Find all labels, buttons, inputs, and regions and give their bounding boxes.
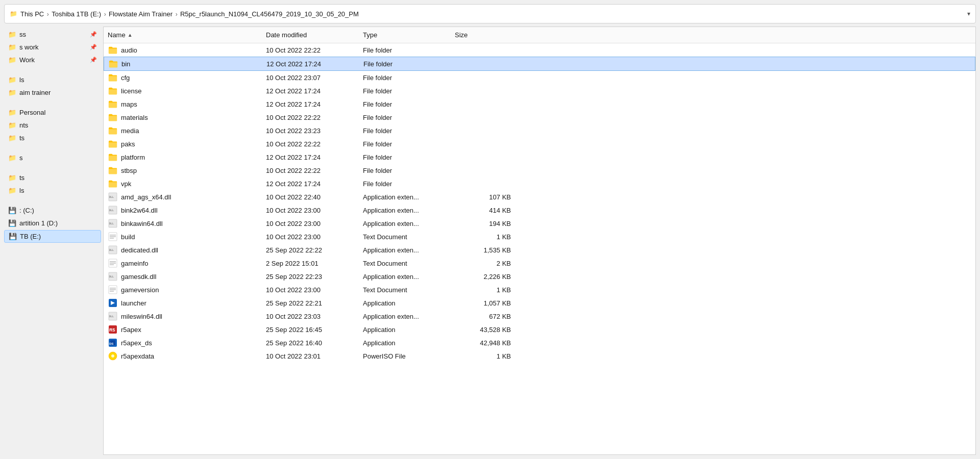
sidebar-item-work[interactable]: 📁 Work 📌 [4, 54, 101, 66]
file-type: File folder [363, 46, 455, 54]
sidebar-drive-d[interactable]: 💾 artition 1 (D:) [4, 217, 101, 229]
file-row[interactable]: media 10 Oct 2022 23:23 File folder [104, 124, 975, 137]
file-name: gameversion [121, 286, 266, 294]
file-row[interactable]: cfg 10 Oct 2022 23:07 File folder [104, 71, 975, 84]
file-row[interactable]: audio 10 Oct 2022 22:22 File folder [104, 43, 975, 57]
svg-text:DLL: DLL [109, 195, 114, 198]
file-type: File folder [363, 60, 455, 68]
file-icon [108, 165, 118, 175]
file-row[interactable]: DLL amd_ags_x64.dll 10 Oct 2022 22:40 Ap… [104, 190, 975, 203]
file-icon: DLL [108, 271, 118, 282]
sidebar-item-ts[interactable]: 📁 ts [4, 132, 101, 144]
file-row[interactable]: DLL binkawin64.dll 10 Oct 2022 23:00 App… [104, 217, 975, 230]
file-name: vpk [121, 180, 266, 188]
file-icon [108, 72, 118, 83]
col-header-date[interactable]: Date modified [266, 31, 363, 39]
file-name: gamesdk.dll [121, 273, 266, 280]
svg-text:DLL: DLL [109, 315, 114, 318]
file-date: 25 Sep 2022 22:23 [266, 273, 363, 280]
file-row[interactable]: vpk 12 Oct 2022 17:24 File folder [104, 177, 975, 190]
file-row[interactable]: gameinfo 2 Sep 2022 15:01 Text Document … [104, 257, 975, 270]
folder-icon: 📁 [8, 134, 16, 142]
file-date: 10 Oct 2022 22:22 [266, 46, 363, 54]
file-name: launcher [121, 299, 266, 307]
file-row[interactable]: license 12 Oct 2022 17:24 File folder [104, 84, 975, 97]
folder-icon: 📁 [8, 187, 16, 194]
sidebar-item-s-work[interactable]: 📁 s work 📌 [4, 41, 101, 53]
file-date: 12 Oct 2022 17:24 [266, 154, 363, 161]
file-icon [108, 139, 118, 149]
file-icon [108, 232, 118, 242]
sidebar-item-s2[interactable]: 📁 s [4, 152, 101, 164]
file-row[interactable]: bin 12 Oct 2022 17:24 File folder [104, 57, 975, 71]
sidebar-item-personal[interactable]: 📁 Personal [4, 107, 101, 118]
file-row[interactable]: DLL gamesdk.dll 25 Sep 2022 22:23 Applic… [104, 270, 975, 283]
file-row[interactable]: stbsp 10 Oct 2022 22:22 File folder [104, 164, 975, 177]
file-row[interactable]: gameversion 10 Oct 2022 23:00 Text Docum… [104, 283, 975, 296]
file-name: r5apexdata [121, 352, 266, 360]
file-date: 10 Oct 2022 23:00 [266, 207, 363, 214]
file-size: 107 KB [455, 193, 511, 201]
address-dropdown-icon[interactable]: ▾ [967, 10, 970, 17]
svg-text:DLL: DLL [109, 248, 114, 251]
file-icon [108, 99, 118, 109]
sidebar-item-ls2[interactable]: 📁 ls [4, 185, 101, 196]
sidebar-item-aim-trainer[interactable]: 📁 aim trainer [4, 87, 101, 98]
file-row[interactable]: launcher 25 Sep 2022 22:21 Application 1… [104, 296, 975, 310]
file-date: 10 Oct 2022 22:22 [266, 167, 363, 174]
file-name: mileswin64.dll [121, 313, 266, 320]
col-header-name[interactable]: Name ▲ [108, 31, 266, 39]
file-name: bin [121, 60, 266, 68]
file-row[interactable]: paks 10 Oct 2022 22:22 File folder [104, 137, 975, 150]
file-type: PowerISO File [363, 352, 455, 360]
file-icon: DLL [108, 218, 118, 228]
svg-text:DLL: DLL [109, 222, 114, 225]
file-name: license [121, 87, 266, 95]
file-type: Text Document [363, 233, 455, 241]
file-type: File folder [363, 154, 455, 161]
sidebar-drive-c[interactable]: 💾 : (C:) [4, 205, 101, 216]
sidebar-item-ts2[interactable]: 📁 ts [4, 172, 101, 184]
breadcrumb-flowstate[interactable]: Flowstate Aim Trainer [109, 10, 173, 18]
file-size: 2,226 KB [455, 273, 511, 280]
file-type: Application exten... [363, 207, 455, 214]
folder-icon: 📁 [8, 109, 16, 116]
file-date: 2 Sep 2022 15:01 [266, 260, 363, 267]
breadcrumb-this-pc[interactable]: This PC [20, 10, 44, 18]
sidebar-drive-e[interactable]: 💾 TB (E:) [4, 230, 101, 243]
sort-icon: ▲ [128, 32, 133, 38]
file-row[interactable]: platform 12 Oct 2022 17:24 File folder [104, 150, 975, 164]
file-icon [108, 178, 118, 189]
file-date: 10 Oct 2022 23:07 [266, 74, 363, 82]
file-row[interactable]: DS r5apex_ds 25 Sep 2022 16:40 Applicati… [104, 336, 975, 349]
file-type: Application exten... [363, 220, 455, 227]
folder-icon: 📁 [8, 89, 16, 96]
file-row[interactable]: maps 12 Oct 2022 17:24 File folder [104, 97, 975, 111]
file-row[interactable]: DLL dedicated.dll 25 Sep 2022 22:22 Appl… [104, 243, 975, 257]
file-row[interactable]: DLL mileswin64.dll 10 Oct 2022 23:03 App… [104, 310, 975, 323]
sidebar-item-ls[interactable]: 📁 ls [4, 74, 101, 86]
sidebar-item-nts[interactable]: 📁 nts [4, 119, 101, 131]
col-header-type[interactable]: Type [363, 31, 455, 39]
sidebar-item-ss[interactable]: 📁 ss 📌 [4, 29, 101, 40]
breadcrumb-toshiba[interactable]: Toshiba 1TB (E:) [52, 10, 101, 18]
file-icon: DS [108, 338, 118, 348]
pin-icon: 📌 [90, 31, 97, 38]
file-type: File folder [363, 87, 455, 95]
col-header-size[interactable]: Size [455, 31, 511, 39]
file-date: 10 Oct 2022 22:22 [266, 140, 363, 148]
drive-icon: 💾 [9, 233, 17, 240]
file-row[interactable]: materials 10 Oct 2022 22:22 File folder [104, 111, 975, 124]
file-row[interactable]: R5 r5apex 25 Sep 2022 16:45 Application … [104, 323, 975, 336]
file-icon [108, 59, 118, 69]
file-type: Application exten... [363, 273, 455, 280]
column-headers: Name ▲ Date modified Type Size [104, 27, 975, 43]
file-row[interactable]: r5apexdata 10 Oct 2022 23:01 PowerISO Fi… [104, 349, 975, 363]
file-type: File folder [363, 140, 455, 148]
address-bar: 📁 This PC › Toshiba 1TB (E:) › Flowstate… [4, 4, 976, 23]
folder-icon: 📁 [8, 56, 16, 64]
file-row[interactable]: DLL bink2w64.dll 10 Oct 2022 23:00 Appli… [104, 203, 975, 217]
file-row[interactable]: build 10 Oct 2022 23:00 Text Document 1 … [104, 230, 975, 243]
file-icon [108, 351, 118, 361]
folder-icon: 📁 [8, 76, 16, 84]
